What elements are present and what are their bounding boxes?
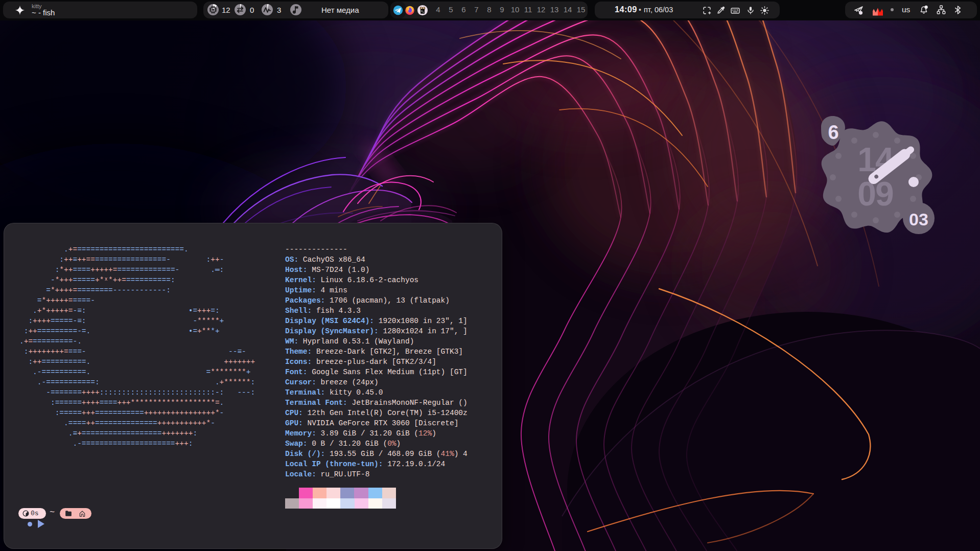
- svg-text:6: 6: [828, 122, 838, 143]
- svg-text:03: 03: [909, 210, 928, 229]
